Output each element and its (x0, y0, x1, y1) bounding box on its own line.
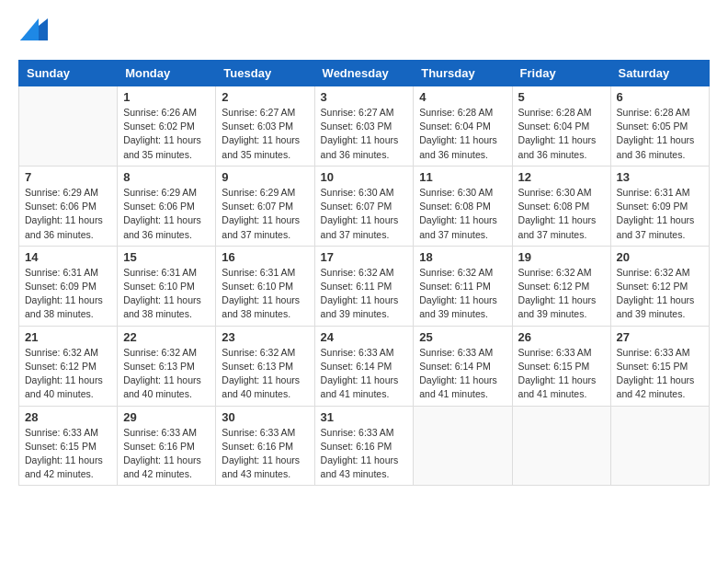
calendar-cell: 23Sunrise: 6:32 AMSunset: 6:13 PMDayligh… (216, 326, 314, 406)
column-header-wednesday: Wednesday (314, 61, 414, 86)
day-info: Sunrise: 6:33 AMSunset: 6:16 PMDaylight:… (321, 426, 408, 482)
calendar-cell: 9Sunrise: 6:29 AMSunset: 6:07 PMDaylight… (216, 166, 314, 246)
calendar-week-5: 28Sunrise: 6:33 AMSunset: 6:15 PMDayligh… (19, 406, 710, 486)
day-info: Sunrise: 6:33 AMSunset: 6:15 PMDaylight:… (25, 426, 111, 482)
day-info: Sunrise: 6:32 AMSunset: 6:13 PMDaylight:… (222, 346, 308, 402)
day-info: Sunrise: 6:30 AMSunset: 6:08 PMDaylight:… (419, 186, 506, 242)
calendar-cell: 2Sunrise: 6:27 AMSunset: 6:03 PMDaylight… (216, 86, 314, 167)
day-info: Sunrise: 6:31 AMSunset: 6:10 PMDaylight:… (222, 266, 308, 322)
calendar-week-2: 7Sunrise: 6:29 AMSunset: 6:06 PMDaylight… (19, 166, 710, 246)
logo (18, 18, 50, 45)
svg-marker-1 (20, 18, 39, 40)
calendar-cell: 16Sunrise: 6:31 AMSunset: 6:10 PMDayligh… (216, 246, 314, 326)
calendar-cell: 20Sunrise: 6:32 AMSunset: 6:12 PMDayligh… (610, 246, 709, 326)
calendar-cell: 28Sunrise: 6:33 AMSunset: 6:15 PMDayligh… (19, 406, 118, 486)
day-info: Sunrise: 6:32 AMSunset: 6:12 PMDaylight:… (25, 346, 111, 402)
calendar-cell: 13Sunrise: 6:31 AMSunset: 6:09 PMDayligh… (610, 166, 709, 246)
day-number: 27 (617, 330, 703, 344)
calendar-cell: 19Sunrise: 6:32 AMSunset: 6:12 PMDayligh… (512, 246, 610, 326)
column-header-friday: Friday (512, 61, 610, 86)
calendar-cell: 17Sunrise: 6:32 AMSunset: 6:11 PMDayligh… (314, 246, 414, 326)
column-header-sunday: Sunday (19, 61, 118, 86)
day-number: 13 (617, 170, 703, 184)
day-number: 11 (419, 170, 506, 184)
day-number: 30 (222, 410, 308, 424)
day-number: 28 (25, 410, 111, 424)
calendar-cell: 21Sunrise: 6:32 AMSunset: 6:12 PMDayligh… (19, 326, 118, 406)
calendar-cell: 12Sunrise: 6:30 AMSunset: 6:08 PMDayligh… (512, 166, 610, 246)
calendar-cell (610, 406, 709, 486)
calendar-cell (414, 406, 512, 486)
day-number: 18 (419, 250, 506, 264)
calendar-cell: 22Sunrise: 6:32 AMSunset: 6:13 PMDayligh… (118, 326, 216, 406)
day-info: Sunrise: 6:33 AMSunset: 6:14 PMDaylight:… (419, 346, 506, 402)
calendar-cell (512, 406, 610, 486)
calendar-cell: 26Sunrise: 6:33 AMSunset: 6:15 PMDayligh… (512, 326, 610, 406)
calendar-cell: 15Sunrise: 6:31 AMSunset: 6:10 PMDayligh… (118, 246, 216, 326)
page-header (18, 18, 710, 45)
day-number: 4 (419, 90, 506, 104)
column-header-thursday: Thursday (414, 61, 512, 86)
calendar-cell: 25Sunrise: 6:33 AMSunset: 6:14 PMDayligh… (414, 326, 512, 406)
day-info: Sunrise: 6:27 AMSunset: 6:03 PMDaylight:… (222, 106, 308, 162)
day-info: Sunrise: 6:28 AMSunset: 6:05 PMDaylight:… (617, 106, 703, 162)
day-number: 1 (123, 90, 210, 104)
day-info: Sunrise: 6:27 AMSunset: 6:03 PMDaylight:… (321, 106, 408, 162)
calendar-cell: 29Sunrise: 6:33 AMSunset: 6:16 PMDayligh… (118, 406, 216, 486)
calendar-cell: 27Sunrise: 6:33 AMSunset: 6:15 PMDayligh… (610, 326, 709, 406)
day-number: 3 (321, 90, 408, 104)
calendar-cell: 24Sunrise: 6:33 AMSunset: 6:14 PMDayligh… (314, 326, 414, 406)
calendar-cell (19, 86, 118, 167)
calendar-week-4: 21Sunrise: 6:32 AMSunset: 6:12 PMDayligh… (19, 326, 710, 406)
day-info: Sunrise: 6:30 AMSunset: 6:08 PMDaylight:… (518, 186, 605, 242)
calendar-header-row: SundayMondayTuesdayWednesdayThursdayFrid… (19, 61, 710, 86)
day-number: 17 (321, 250, 408, 264)
calendar-cell: 6Sunrise: 6:28 AMSunset: 6:05 PMDaylight… (610, 86, 709, 167)
day-info: Sunrise: 6:28 AMSunset: 6:04 PMDaylight:… (518, 106, 605, 162)
calendar-cell: 11Sunrise: 6:30 AMSunset: 6:08 PMDayligh… (414, 166, 512, 246)
day-info: Sunrise: 6:32 AMSunset: 6:11 PMDaylight:… (321, 266, 408, 322)
day-info: Sunrise: 6:29 AMSunset: 6:06 PMDaylight:… (123, 186, 210, 242)
day-number: 6 (617, 90, 703, 104)
calendar-cell: 10Sunrise: 6:30 AMSunset: 6:07 PMDayligh… (314, 166, 414, 246)
day-info: Sunrise: 6:33 AMSunset: 6:16 PMDaylight:… (222, 426, 308, 482)
day-number: 29 (123, 410, 210, 424)
day-info: Sunrise: 6:33 AMSunset: 6:16 PMDaylight:… (123, 426, 210, 482)
day-number: 20 (617, 250, 703, 264)
calendar-cell: 8Sunrise: 6:29 AMSunset: 6:06 PMDaylight… (118, 166, 216, 246)
calendar-cell: 3Sunrise: 6:27 AMSunset: 6:03 PMDaylight… (314, 86, 414, 167)
column-header-saturday: Saturday (610, 61, 709, 86)
day-info: Sunrise: 6:32 AMSunset: 6:11 PMDaylight:… (419, 266, 506, 322)
day-number: 12 (518, 170, 605, 184)
day-info: Sunrise: 6:31 AMSunset: 6:10 PMDaylight:… (123, 266, 210, 322)
day-number: 16 (222, 250, 308, 264)
day-number: 7 (25, 170, 111, 184)
day-number: 5 (518, 90, 605, 104)
day-info: Sunrise: 6:28 AMSunset: 6:04 PMDaylight:… (419, 106, 506, 162)
day-number: 22 (123, 330, 210, 344)
day-info: Sunrise: 6:31 AMSunset: 6:09 PMDaylight:… (25, 266, 111, 322)
day-number: 19 (518, 250, 605, 264)
day-info: Sunrise: 6:32 AMSunset: 6:12 PMDaylight:… (518, 266, 605, 322)
day-number: 31 (321, 410, 408, 424)
day-number: 25 (419, 330, 506, 344)
day-info: Sunrise: 6:26 AMSunset: 6:02 PMDaylight:… (123, 106, 210, 162)
day-info: Sunrise: 6:30 AMSunset: 6:07 PMDaylight:… (321, 186, 408, 242)
day-number: 14 (25, 250, 111, 264)
day-info: Sunrise: 6:29 AMSunset: 6:07 PMDaylight:… (222, 186, 308, 242)
calendar-cell: 18Sunrise: 6:32 AMSunset: 6:11 PMDayligh… (414, 246, 512, 326)
column-header-tuesday: Tuesday (216, 61, 314, 86)
day-info: Sunrise: 6:33 AMSunset: 6:15 PMDaylight:… (617, 346, 703, 402)
day-info: Sunrise: 6:32 AMSunset: 6:13 PMDaylight:… (123, 346, 210, 402)
day-info: Sunrise: 6:33 AMSunset: 6:15 PMDaylight:… (518, 346, 605, 402)
day-info: Sunrise: 6:31 AMSunset: 6:09 PMDaylight:… (617, 186, 703, 242)
column-header-monday: Monday (118, 61, 216, 86)
calendar-cell: 30Sunrise: 6:33 AMSunset: 6:16 PMDayligh… (216, 406, 314, 486)
day-info: Sunrise: 6:32 AMSunset: 6:12 PMDaylight:… (617, 266, 703, 322)
day-number: 9 (222, 170, 308, 184)
calendar-week-3: 14Sunrise: 6:31 AMSunset: 6:09 PMDayligh… (19, 246, 710, 326)
calendar-cell: 4Sunrise: 6:28 AMSunset: 6:04 PMDaylight… (414, 86, 512, 167)
calendar-table: SundayMondayTuesdayWednesdayThursdayFrid… (18, 60, 710, 486)
day-number: 21 (25, 330, 111, 344)
logo-icon (20, 18, 48, 40)
